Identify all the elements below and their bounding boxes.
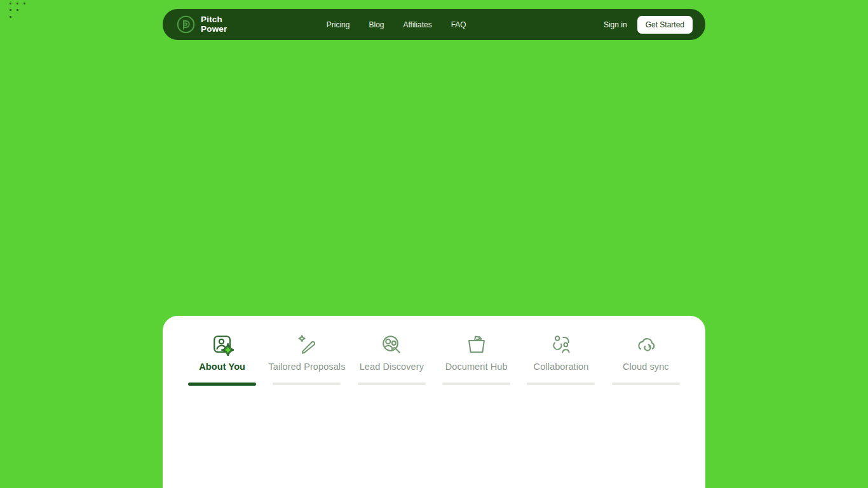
tab-indicator [527,383,595,385]
pencil-sparkle-icon [296,333,318,356]
tab-document-hub[interactable]: Document Hub [434,333,519,386]
nav-links: Pricing Blog Affiliates FAQ [327,20,505,29]
people-swap-icon [550,333,572,356]
tab-label: About You [199,362,245,372]
tab-collaboration[interactable]: Collaboration [519,333,603,386]
sign-in-link[interactable]: Sign in [604,20,627,29]
tab-label: Collaboration [534,362,589,372]
pitchpower-logo-icon [177,15,195,34]
user-card-sparkle-icon [211,333,234,356]
nav-link-affiliates[interactable]: Affiliates [403,20,432,29]
tab-tailored-proposals[interactable]: Tailored Proposals [264,333,349,386]
tab-about-you[interactable]: About You [180,333,264,386]
tab-indicator [273,383,341,385]
folder-document-icon [466,333,487,356]
tab-label: Document Hub [445,362,508,372]
feature-tabs: About You Tailored Proposals [180,333,688,386]
nav-link-faq[interactable]: FAQ [451,20,466,29]
tab-indicator [358,383,426,385]
tab-cloud-sync[interactable]: Cloud sync [604,333,688,386]
tab-label: Tailored Proposals [268,362,345,372]
top-navbar: Pitch Power Pricing Blog Affiliates FAQ … [163,9,705,40]
brand-line1: Pitch [201,15,222,24]
tab-active-indicator [188,383,256,386]
tab-label: Cloud sync [623,362,669,372]
feature-tabs-card: About You Tailored Proposals [163,316,705,488]
tab-lead-discovery[interactable]: Lead Discovery [349,333,434,386]
tab-indicator [612,383,680,385]
magnifier-people-icon [381,333,402,356]
tab-label: Lead Discovery [360,362,424,372]
nav-link-blog[interactable]: Blog [369,20,384,29]
tab-indicator [442,383,510,385]
brand-name: Pitch Power [201,15,227,34]
nav-link-pricing[interactable]: Pricing [327,20,350,29]
get-started-button[interactable]: Get Started [637,16,693,34]
cloud-sync-icon [635,333,656,356]
nav-right-actions: Sign in Get Started [604,16,693,34]
brand-line2: Power [201,24,227,34]
brand-logo[interactable]: Pitch Power [177,15,227,34]
corner-dots-decoration [10,3,27,20]
